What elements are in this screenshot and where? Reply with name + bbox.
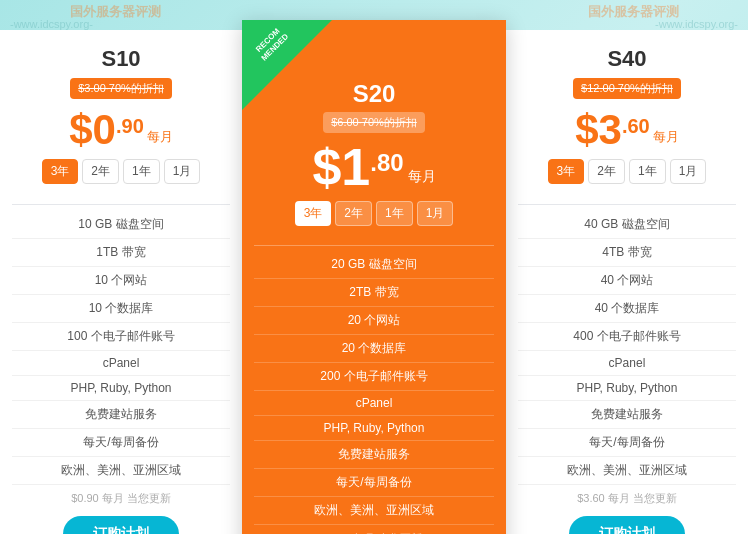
plan-s10-feature-disk: 10 GB 磁盘空间 <box>12 211 230 239</box>
plan-s20-panel: RECOMMENDED S20 $6.00·70%的折扣 $1 .80 每月 3… <box>242 20 506 534</box>
plan-s20-price-row: $1 .80 每月 <box>312 141 435 193</box>
plan-s40-discount: $12.00·70%的折扣 <box>573 78 681 99</box>
plan-s10-feature-backup: 每天/每周备份 <box>12 429 230 457</box>
watermark-url-right: -www.idcspy.org- <box>655 18 738 30</box>
plan-s40-update-price: $3.60 每月 当您更新 <box>577 491 677 506</box>
recommended-label: RECOMMENDED <box>242 20 304 76</box>
plan-s40-feature-email: 400 个电子邮件账号 <box>518 323 736 351</box>
plan-s20-divider <box>254 245 494 246</box>
plan-s40-price-period: 每月 <box>653 128 679 146</box>
plan-s10-period-1y[interactable]: 1年 <box>123 159 160 184</box>
plan-s10-feature-bw: 1TB 带宽 <box>12 239 230 267</box>
plan-s20-period-selector: 3年 2年 1年 1月 <box>295 201 454 226</box>
plan-s10-price-whole: $0 <box>69 109 116 151</box>
plan-s10-period-selector: 3年 2年 1年 1月 <box>42 159 201 184</box>
plan-s20-feature-bw: 2TB 带宽 <box>254 279 494 307</box>
plan-s20-feature-email: 200 个电子邮件账号 <box>254 363 494 391</box>
plan-s40-price-decimal: .60 <box>622 115 650 138</box>
plan-s10-update-price: $0.90 每月 当您更新 <box>71 491 171 506</box>
plan-s40-panel: S40 $12.00·70%的折扣 $3 .60 每月 3年 2年 1年 1月 … <box>506 30 748 534</box>
plan-s40-feature-db: 40 个数据库 <box>518 295 736 323</box>
plan-s20-period-2y[interactable]: 2年 <box>335 201 372 226</box>
plan-s10-feature-region: 欧洲、美洲、亚洲区域 <box>12 457 230 485</box>
plan-s40-feature-builder: 免费建站服务 <box>518 401 736 429</box>
plan-s10-feature-builder: 免费建站服务 <box>12 401 230 429</box>
plan-s20-feature-lang: PHP, Ruby, Python <box>254 416 494 441</box>
plan-s10-period-2y[interactable]: 2年 <box>82 159 119 184</box>
watermark-url-left: -www.idcspy.org- <box>10 18 93 30</box>
plan-s20-price-decimal: .80 <box>370 149 403 177</box>
plan-s20-feature-backup: 每天/每周备份 <box>254 469 494 497</box>
plan-s10-feature-sites: 10 个网站 <box>12 267 230 295</box>
plan-s10-subscribe-button[interactable]: 订购计划 <box>63 516 179 534</box>
watermark-top-left: 国外服务器评测 <box>0 3 230 21</box>
plan-s40-price-row: $3 .60 每月 <box>575 109 679 151</box>
plan-s10-panel: S10 $3.00·70%的折扣 $0 .90 每月 3年 2年 1年 1月 1… <box>0 30 242 534</box>
plan-s40-period-1y[interactable]: 1年 <box>629 159 666 184</box>
plan-s20-price-period: 每月 <box>408 168 436 186</box>
plan-s10-price-row: $0 .90 每月 <box>69 109 173 151</box>
plan-s10-discount: $3.00·70%的折扣 <box>70 78 172 99</box>
plan-s20-price-whole: $1 <box>312 141 370 193</box>
plan-s20-period-3y[interactable]: 3年 <box>295 201 332 226</box>
plan-s10-feature-db: 10 个数据库 <box>12 295 230 323</box>
plan-s10-feature-email: 100 个电子邮件账号 <box>12 323 230 351</box>
plan-s40-period-selector: 3年 2年 1年 1月 <box>548 159 707 184</box>
plan-s20-feature-cpanel: cPanel <box>254 391 494 416</box>
plan-s10-period-3y[interactable]: 3年 <box>42 159 79 184</box>
plan-s10-title: S10 <box>101 46 140 72</box>
plan-s40-feature-cpanel: cPanel <box>518 351 736 376</box>
plan-s40-period-3y[interactable]: 3年 <box>548 159 585 184</box>
plan-s20-discount: $6.00·70%的折扣 <box>323 112 425 133</box>
plan-s40-subscribe-button[interactable]: 订购计划 <box>569 516 685 534</box>
plan-s20-feature-db: 20 个数据库 <box>254 335 494 363</box>
plan-s40-divider <box>518 204 736 205</box>
plan-s10-price-period: 每月 <box>147 128 173 146</box>
plan-s40-period-2y[interactable]: 2年 <box>588 159 625 184</box>
recommended-ribbon: RECOMMENDED <box>242 20 332 110</box>
plan-s10-period-1m[interactable]: 1月 <box>164 159 201 184</box>
plan-s40-feature-backup: 每天/每周备份 <box>518 429 736 457</box>
plan-s40-price-whole: $3 <box>575 109 622 151</box>
plan-s10-price-decimal: .90 <box>116 115 144 138</box>
watermark-top-right: 国外服务器评测 <box>518 3 748 21</box>
plan-s40-title: S40 <box>607 46 646 72</box>
plan-s40-period-1m[interactable]: 1月 <box>670 159 707 184</box>
plan-s20-period-1m[interactable]: 1月 <box>417 201 454 226</box>
plan-s10-feature-lang: PHP, Ruby, Python <box>12 376 230 401</box>
plan-s40-feature-disk: 40 GB 磁盘空间 <box>518 211 736 239</box>
plan-s10-feature-cpanel: cPanel <box>12 351 230 376</box>
plan-s20-title: S20 <box>353 80 396 108</box>
plan-s40-feature-region: 欧洲、美洲、亚洲区域 <box>518 457 736 485</box>
plan-s10-divider <box>12 204 230 205</box>
plan-s20-feature-builder: 免费建站服务 <box>254 441 494 469</box>
plan-s40-feature-sites: 40 个网站 <box>518 267 736 295</box>
plan-s40-feature-bw: 4TB 带宽 <box>518 239 736 267</box>
plan-s20-feature-disk: 20 GB 磁盘空间 <box>254 251 494 279</box>
plan-s20-feature-sites: 20 个网站 <box>254 307 494 335</box>
plan-s20-period-1y[interactable]: 1年 <box>376 201 413 226</box>
plan-s20-feature-region: 欧洲、美洲、亚洲区域 <box>254 497 494 525</box>
plan-s40-feature-lang: PHP, Ruby, Python <box>518 376 736 401</box>
